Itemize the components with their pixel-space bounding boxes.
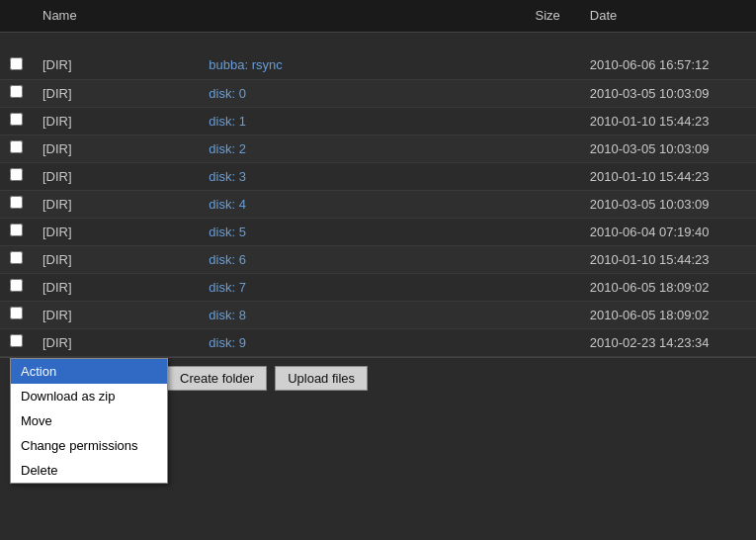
row-size [462, 273, 570, 301]
row-name[interactable]: disk: 5 [199, 218, 462, 245]
row-checkbox-cell[interactable] [0, 301, 33, 328]
row-size [462, 162, 570, 190]
row-name[interactable]: disk: 8 [199, 301, 462, 328]
row-type: [DIR] [33, 218, 199, 245]
dropdown-item-move[interactable]: Move [11, 408, 167, 433]
upload-files-button[interactable]: Upload files [275, 366, 368, 391]
table-row: [DIR] disk: 8 2010-06-05 18:09:02 [0, 301, 756, 328]
row-name[interactable]: bubba: rsync [199, 51, 462, 79]
file-list: [DIR] bubba: rsync 2010-06-06 16:57:12 [… [0, 51, 756, 356]
row-checkbox[interactable] [10, 57, 23, 70]
row-type: [DIR] [33, 245, 199, 273]
row-date: 2010-03-05 10:03:09 [570, 79, 756, 107]
row-checkbox[interactable] [10, 307, 23, 319]
footer-bar: ActionDownload as zipMoveChange permissi… [0, 357, 756, 399]
table-header-row: Name Size Date [0, 0, 756, 32]
row-name[interactable]: disk: 3 [199, 162, 462, 190]
row-type: [DIR] [33, 79, 199, 107]
row-date: 2010-01-10 15:44:23 [570, 245, 756, 273]
row-name-link[interactable]: disk: 9 [209, 335, 246, 350]
row-name-link[interactable]: disk: 6 [209, 252, 246, 267]
row-type: [DIR] [33, 273, 199, 301]
row-size [462, 301, 570, 328]
row-type: [DIR] [33, 51, 199, 79]
row-checkbox-cell[interactable] [0, 135, 33, 162]
row-name-link[interactable]: disk: 7 [209, 280, 246, 295]
row-name[interactable]: disk: 7 [199, 273, 462, 301]
row-type: [DIR] [33, 190, 199, 218]
row-name-link[interactable]: disk: 1 [209, 114, 246, 129]
row-name-link[interactable]: disk: 5 [209, 225, 246, 239]
row-size [462, 328, 570, 356]
row-type: [DIR] [33, 301, 199, 328]
row-checkbox-cell[interactable] [0, 190, 33, 218]
row-name-link[interactable]: disk: 4 [209, 197, 246, 212]
row-name[interactable]: disk: 1 [199, 107, 462, 135]
table-row: [DIR] bubba: rsync 2010-06-06 16:57:12 [0, 51, 756, 79]
dropdown-item-permissions[interactable]: Change permissions [11, 433, 167, 458]
file-table: Name Size Date [DIR] bubba: rsync 2010-0… [0, 0, 756, 357]
table-row: [DIR] disk: 1 2010-01-10 15:44:23 [0, 107, 756, 135]
row-checkbox[interactable] [10, 251, 23, 264]
row-size [462, 218, 570, 245]
row-name-link[interactable]: disk: 0 [209, 86, 246, 101]
row-name[interactable]: disk: 0 [199, 79, 462, 107]
table-row: [DIR] disk: 3 2010-01-10 15:44:23 [0, 162, 756, 190]
row-size [462, 245, 570, 273]
dropdown-item-action[interactable]: Action [11, 359, 167, 384]
row-checkbox[interactable] [10, 113, 23, 126]
row-checkbox-cell[interactable] [0, 218, 33, 245]
row-checkbox[interactable] [10, 168, 23, 181]
action-dropdown-menu[interactable]: ActionDownload as zipMoveChange permissi… [10, 358, 168, 484]
row-checkbox-cell[interactable] [0, 107, 33, 135]
row-date: 2010-03-05 10:03:09 [570, 135, 756, 162]
table-row: [DIR] disk: 0 2010-03-05 10:03:09 [0, 79, 756, 107]
row-checkbox-cell[interactable] [0, 245, 33, 273]
row-date: 2010-06-05 18:09:02 [570, 301, 756, 328]
row-checkbox-cell[interactable] [0, 79, 33, 107]
table-row: [DIR] disk: 9 2010-02-23 14:23:34 [0, 328, 756, 356]
row-checkbox[interactable] [10, 279, 23, 292]
row-type: [DIR] [33, 107, 199, 135]
row-checkbox[interactable] [10, 140, 23, 153]
row-date: 2010-01-10 15:44:23 [570, 162, 756, 190]
row-checkbox-cell[interactable] [0, 51, 33, 79]
row-checkbox-cell[interactable] [0, 162, 33, 190]
row-size [462, 190, 570, 218]
row-checkbox[interactable] [10, 196, 23, 209]
row-size [462, 107, 570, 135]
row-checkbox[interactable] [10, 224, 23, 236]
header-size: Size [462, 0, 570, 32]
row-type: [DIR] [33, 162, 199, 190]
row-name[interactable]: disk: 6 [199, 245, 462, 273]
row-name[interactable]: disk: 9 [199, 328, 462, 356]
table-row: [DIR] disk: 5 2010-06-04 07:19:40 [0, 218, 756, 245]
row-type: [DIR] [33, 135, 199, 162]
row-checkbox[interactable] [10, 85, 23, 98]
header-name: Name [33, 0, 462, 32]
row-checkbox-cell[interactable] [0, 273, 33, 301]
row-name[interactable]: disk: 2 [199, 135, 462, 162]
header-checkbox-cell [0, 0, 33, 32]
table-row: [DIR] disk: 4 2010-03-05 10:03:09 [0, 190, 756, 218]
row-name[interactable]: disk: 4 [199, 190, 462, 218]
row-date: 2010-02-23 14:23:34 [570, 328, 756, 356]
row-name-link[interactable]: disk: 3 [209, 169, 246, 184]
row-name-link[interactable]: bubba: rsync [209, 57, 282, 72]
row-size [462, 79, 570, 107]
dropdown-item-delete[interactable]: Delete [11, 458, 167, 483]
row-checkbox[interactable] [10, 334, 23, 347]
row-checkbox-cell[interactable] [0, 328, 33, 356]
row-size [462, 135, 570, 162]
table-row: [DIR] disk: 7 2010-06-05 18:09:02 [0, 273, 756, 301]
row-date: 2010-01-10 15:44:23 [570, 107, 756, 135]
row-name-link[interactable]: disk: 8 [209, 308, 246, 322]
header-date: Date [570, 0, 756, 32]
dropdown-item-download[interactable]: Download as zip [11, 384, 167, 408]
create-folder-button[interactable]: Create folder [167, 366, 267, 391]
row-type: [DIR] [33, 328, 199, 356]
row-name-link[interactable]: disk: 2 [209, 141, 246, 156]
row-date: 2010-03-05 10:03:09 [570, 190, 756, 218]
row-date: 2010-06-06 16:57:12 [570, 51, 756, 79]
row-date: 2010-06-04 07:19:40 [570, 218, 756, 245]
